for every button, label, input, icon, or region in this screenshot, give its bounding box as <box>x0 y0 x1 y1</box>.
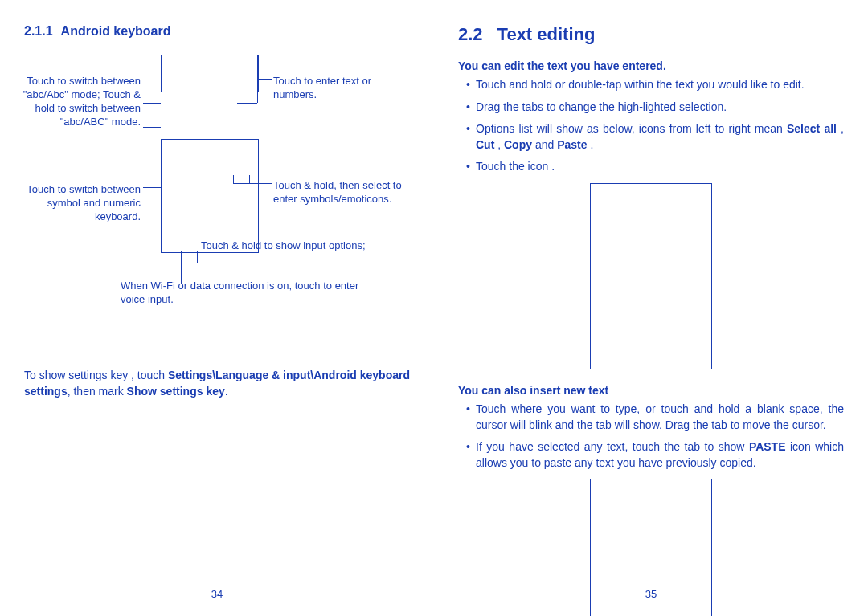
section-heading-2-1-1: 2.1.1Android keyboard <box>24 24 410 39</box>
heading-number: 2.2 <box>458 24 483 45</box>
callout-symbols-emoticons: Touch & hold, then select to enter symbo… <box>273 179 410 206</box>
b3-selectall: Select all <box>787 122 837 135</box>
keyboard-diagram: Touch to switch between "abc/Abc" mode; … <box>24 55 410 352</box>
settings-note: To show settings key , touch Settings\La… <box>24 368 410 399</box>
subhead-insert: You can also insert new text <box>458 384 844 397</box>
heading-number: 2.1.1 <box>24 24 53 39</box>
note-part-c: , then mark <box>68 385 127 398</box>
heading-text: Text editing <box>497 24 596 44</box>
screenshot-placeholder-1 <box>590 183 712 369</box>
screen-placeholder-top <box>161 55 259 92</box>
heading-text: Android keyboard <box>61 24 171 38</box>
bullet-touch-type: Touch where you want to type, or touch a… <box>466 402 844 433</box>
bullet-list-insert: Touch where you want to type, or touch a… <box>458 402 844 471</box>
subhead-edit: You can edit the text you have entered. <box>458 59 844 72</box>
note-part-e: . <box>225 385 228 398</box>
section-heading-2-2: 2.2Text editing <box>458 24 844 45</box>
b3-end: . <box>588 138 594 151</box>
callout-abc-mode: Touch to switch between "abc/Abc" mode; … <box>16 75 141 129</box>
bullet-drag-tabs: Drag the tabs to change the high-lighted… <box>466 100 844 116</box>
b3-a: Options list will show as below, icons f… <box>476 122 787 135</box>
b3-cut: Cut <box>476 138 494 151</box>
callout-enter-text: Touch to enter text or numbers. <box>273 75 410 102</box>
bullet-touch-icon: Touch the icon . <box>466 159 844 175</box>
bullet-list-edit: Touch and hold or double-tap within the … <box>458 77 844 175</box>
bullet-touch-hold: Touch and hold or double-tap within the … <box>466 77 844 93</box>
bullet-paste: If you have selected any text, touch the… <box>466 439 844 471</box>
page-35: 2.2Text editing You can edit the text yo… <box>434 0 868 616</box>
page-number: 35 <box>434 588 868 600</box>
callout-input-options: Touch & hold to show input options; <box>185 239 394 253</box>
b3-sep1: , <box>837 122 844 135</box>
callout-voice-input: When Wi-Fi or data connection is on, tou… <box>121 279 378 307</box>
b3-sep3: and <box>532 138 557 151</box>
b3-sep2: , <box>494 138 504 151</box>
note-part-d: Show settings key <box>127 385 225 398</box>
b3-copy: Copy <box>504 138 532 151</box>
page-34: 2.1.1Android keyboard Touch to switch be… <box>0 0 434 616</box>
b6-paste-word: PASTE <box>749 440 786 453</box>
callout-symbol-numeric: Touch to switch between symbol and numer… <box>16 183 141 224</box>
b6-a: If you have selected any text, touch the… <box>476 440 749 453</box>
note-part-a: To show settings key , touch <box>24 369 168 381</box>
bullet-options-list: Options list will show as below, icons f… <box>466 121 844 153</box>
keyboard-placeholder <box>161 139 259 253</box>
b3-paste: Paste <box>557 138 587 151</box>
page-number: 34 <box>0 588 434 600</box>
